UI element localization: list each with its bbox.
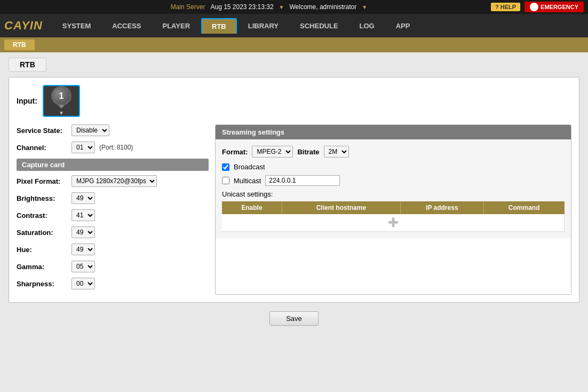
- th-enable: Enable: [222, 201, 282, 214]
- contrast-label: Contrast:: [17, 211, 67, 219]
- save-button[interactable]: Save: [269, 311, 319, 326]
- streaming-body: Format: MPEG-2 H.264 Bitrate 2M 4M 8M: [216, 139, 571, 238]
- service-state-select[interactable]: Disable Enable: [71, 124, 109, 136]
- bitrate-label: Bitrate: [297, 148, 319, 156]
- sharpness-label: Sharpness:: [17, 280, 67, 288]
- right-column: Streaming settings Format: MPEG-2 H.264 …: [215, 124, 571, 295]
- gamma-select[interactable]: 05: [71, 261, 95, 272]
- welcome-text: Welcome, administrator: [289, 3, 356, 11]
- top-bar: Main Server Aug 15 2023 23:13:32 ▼ Welco…: [0, 0, 588, 14]
- hue-row: Hue: 49: [17, 244, 209, 255]
- nav-item-schedule[interactable]: SCHEDULE: [290, 18, 348, 34]
- channel-label: Channel:: [17, 144, 67, 152]
- pixel-format-label: Pixel Format:: [17, 177, 67, 185]
- datetime-dropdown-icon[interactable]: ▼: [279, 4, 284, 10]
- th-client-hostname: Client hostname: [282, 201, 400, 214]
- save-row: Save: [9, 311, 579, 326]
- sharpness-select[interactable]: 00: [71, 278, 95, 289]
- nav-item-log[interactable]: LOG: [349, 18, 385, 34]
- multicast-ip-input[interactable]: [265, 175, 340, 186]
- hue-label: Hue:: [17, 246, 67, 254]
- service-state-row: Service State: Disable Enable: [17, 124, 209, 136]
- nav-item-player[interactable]: PLAYER: [152, 18, 200, 34]
- nav-item-access[interactable]: ACCESS: [102, 18, 151, 34]
- multicast-checkbox[interactable]: [222, 177, 229, 184]
- format-label: Format:: [222, 148, 248, 156]
- input-section: Input: 1 ▼: [17, 85, 571, 117]
- format-select[interactable]: MPEG-2 H.264: [252, 146, 293, 158]
- gamma-row: Gamma: 05: [17, 261, 209, 272]
- help-button[interactable]: ? HELP: [491, 3, 520, 11]
- emergency-button[interactable]: EMERGENCY: [525, 2, 584, 12]
- contrast-select[interactable]: 41: [71, 209, 95, 221]
- capture-card-header: Capture card: [17, 159, 209, 171]
- sub-nav: RTB: [0, 37, 588, 52]
- brightness-row: Brightness: 49: [17, 192, 209, 204]
- hue-select[interactable]: 49: [71, 244, 95, 255]
- pixel-format-select[interactable]: MJPG 1280x720@30fps: [71, 175, 157, 187]
- th-ip-address: IP address: [400, 201, 483, 214]
- gamma-label: Gamma:: [17, 263, 67, 271]
- brightness-label: Brightness:: [17, 194, 67, 202]
- nav-bar: CAYIN SYSTEM ACCESS PLAYER RTB LIBRARY S…: [0, 14, 588, 37]
- nav-item-library[interactable]: LIBRARY: [238, 18, 289, 34]
- two-col-layout: Service State: Disable Enable Channel: 0…: [17, 124, 571, 295]
- main-panel: Input: 1 ▼ Service State: Disable Enable: [9, 77, 579, 303]
- page-content: RTB Input: 1 ▼ Service State: Disable: [0, 52, 588, 392]
- multicast-label: Multicast: [234, 177, 261, 185]
- unicast-label: Unicast settings:: [222, 190, 565, 198]
- th-command: Command: [483, 201, 564, 214]
- contrast-row: Contrast: 41: [17, 209, 209, 221]
- port-label: (Port: 8100): [99, 144, 133, 151]
- pixel-format-row: Pixel Format: MJPG 1280x720@30fps: [17, 175, 209, 187]
- bitrate-select[interactable]: 2M 4M 8M: [324, 146, 349, 158]
- subnav-item-rtb[interactable]: RTB: [4, 40, 35, 50]
- saturation-row: Saturation: 49: [17, 226, 209, 238]
- channel-select[interactable]: 01 02: [71, 142, 95, 153]
- sharpness-row: Sharpness: 00: [17, 278, 209, 289]
- unicast-add-row: ✚: [222, 214, 565, 232]
- service-state-label: Service State:: [17, 127, 67, 135]
- datetime: Aug 15 2023 23:13:32: [210, 3, 273, 11]
- broadcast-checkbox[interactable]: [222, 163, 229, 171]
- format-bitrate-row: Format: MPEG-2 H.264 Bitrate 2M 4M 8M: [222, 146, 565, 158]
- left-column: Service State: Disable Enable Channel: 0…: [17, 124, 209, 295]
- nav-item-system[interactable]: SYSTEM: [52, 18, 101, 34]
- add-row-cell: ✚: [222, 214, 565, 232]
- broadcast-row: Broadcast: [222, 163, 565, 171]
- input-icon-button[interactable]: 1 ▼: [43, 85, 80, 117]
- top-bar-center: Main Server Aug 15 2023 23:13:32 ▼ Welco…: [171, 3, 367, 11]
- emergency-icon: [530, 3, 538, 11]
- add-row-icon[interactable]: ✚: [388, 215, 399, 230]
- server-name: Main Server: [171, 3, 205, 11]
- logo: CAYIN: [4, 19, 43, 33]
- unicast-table-header-row: Enable Client hostname IP address Comman…: [222, 201, 565, 214]
- welcome-dropdown-icon[interactable]: ▼: [362, 4, 367, 10]
- streaming-header: Streaming settings: [216, 125, 571, 139]
- unicast-table: Enable Client hostname IP address Comman…: [222, 201, 565, 232]
- multicast-row: Multicast: [222, 175, 565, 186]
- input-chevron: ▼: [59, 110, 64, 116]
- page-title: RTB: [9, 58, 46, 72]
- saturation-label: Saturation:: [17, 229, 67, 237]
- brightness-select[interactable]: 49: [71, 192, 95, 204]
- nav-item-app[interactable]: APP: [386, 18, 420, 34]
- input-label: Input:: [17, 97, 37, 105]
- broadcast-label: Broadcast: [234, 163, 265, 171]
- saturation-select[interactable]: 49: [71, 226, 95, 238]
- nav-item-rtb[interactable]: RTB: [201, 18, 237, 34]
- top-bar-right: ? HELP EMERGENCY: [491, 2, 584, 12]
- channel-row: Channel: 01 02 (Port: 8100): [17, 142, 209, 153]
- input-icon-circle: 1: [51, 86, 71, 106]
